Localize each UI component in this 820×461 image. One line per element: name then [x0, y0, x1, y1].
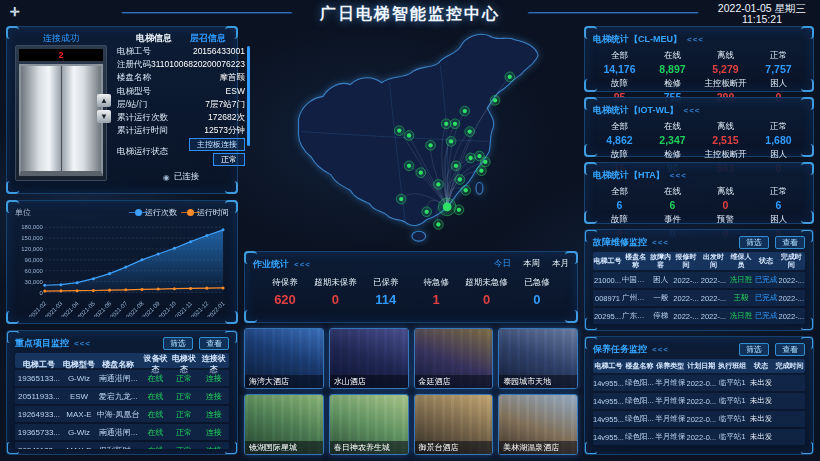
map-site-dot[interactable] [416, 168, 426, 178]
project-photo-card[interactable]: 春日神农养生城 [329, 394, 409, 455]
elevator-tab[interactable]: 电梯信息 [127, 32, 181, 45]
map-site-dot[interactable] [477, 166, 487, 176]
cell-building: 保利新时... [95, 445, 141, 450]
view-button[interactable]: 查看 [199, 337, 229, 350]
map-site-dot[interactable] [433, 220, 443, 230]
map-site-dot[interactable] [404, 131, 414, 141]
map-site-dot[interactable] [461, 185, 471, 195]
column-header: 状态 [748, 361, 774, 371]
legend-item[interactable]: 运行次数 [135, 207, 177, 218]
collapse-chevrons[interactable]: <<< [684, 106, 701, 115]
stat-value: 0 [515, 292, 559, 307]
map-site-dot[interactable] [441, 119, 451, 129]
project-photo-card[interactable]: 金廷酒店 [414, 328, 494, 389]
map-site-dot[interactable] [451, 161, 461, 171]
map-site-dot[interactable] [396, 194, 406, 204]
cell-model: ESW [63, 392, 95, 401]
svg-text:90,000: 90,000 [25, 257, 44, 263]
link-status-text: 已连接 [174, 171, 200, 183]
table-row[interactable]: 14v955... 绿色阳... 半月维保 2022-0... 临平站1 未出发 [593, 429, 805, 445]
mainboard-connect-button[interactable]: 主控板连接 [189, 138, 245, 151]
map-site-dot[interactable] [460, 106, 470, 116]
fault-repair-panel: 故障维修监控 <<< 筛选 查看 电梯工号楼盘名称故障内容报修时间出发时间维保人… [584, 229, 814, 331]
map-site-dot[interactable] [438, 198, 456, 216]
map-site-dot[interactable] [404, 161, 414, 171]
stat-label: 主控板断开 [699, 149, 752, 161]
stat-label: 检修 [646, 78, 699, 90]
table-row[interactable]: 008971 广州食... 一般 2022-... 2022-... 王毅 已完… [593, 290, 805, 306]
view-button[interactable]: 查看 [775, 343, 805, 356]
table-row[interactable]: 14v955... 绿色阳... 半月维保 2022-0... 临平站1 未出发 [593, 375, 805, 391]
stat-value: 7,757 [752, 63, 805, 75]
table-row[interactable]: 19365733... G-Wiz 南通港闸... 在线 正常 连接 [15, 424, 229, 440]
table-row[interactable]: 20295... 广东省... 停梯 2022-... 2022-... 冼日胜… [593, 308, 805, 324]
period-tab[interactable]: 本周 [523, 258, 540, 270]
map-site-dot[interactable] [505, 72, 515, 82]
period-tab[interactable]: 今日 [494, 258, 511, 270]
map-site-dot[interactable] [454, 205, 464, 215]
filter-button[interactable]: 筛选 [739, 343, 769, 356]
collapse-chevrons[interactable]: <<< [652, 238, 669, 247]
map-site-dot[interactable] [450, 119, 460, 129]
project-photo-card[interactable]: 水山酒店 [329, 328, 409, 389]
collapse-chevrons[interactable]: <<< [652, 345, 669, 354]
photo-caption: 镜湖国际星城 [245, 441, 323, 454]
collapse-chevrons[interactable]: <<< [687, 35, 704, 44]
down-arrow-button[interactable]: ▼ [97, 110, 111, 123]
normal-status-button[interactable]: 正常 [213, 153, 245, 166]
header: ✛ 广日电梯智能监控中心 2022-01-05 星期三 11:15:21 [0, 0, 820, 26]
table-row[interactable]: 19264933... MAX-E 中海·凤凰台 在线 正常 连接 [15, 406, 229, 422]
cell-status: 已完成 [755, 311, 778, 321]
period-tab[interactable]: 本月 [552, 258, 569, 270]
table-row[interactable]: 20541133... MAX-E 保利新时... 在线 正常 连接 [15, 442, 229, 449]
filter-button[interactable]: 筛选 [163, 337, 193, 350]
up-arrow-button[interactable]: ▲ [97, 94, 111, 107]
job-stat: 已急修 0 [515, 277, 559, 307]
legend-item[interactable]: 运行时间 [187, 207, 229, 218]
view-button[interactable]: 查看 [775, 236, 805, 249]
elevator-tab[interactable]: 层召信息 [181, 32, 235, 45]
photo-caption: 御景台酒店 [415, 441, 493, 454]
map-site-dot[interactable] [426, 140, 436, 150]
map-site-dot[interactable] [480, 157, 490, 167]
cell-model: MAX-E [63, 446, 95, 450]
stat-label: 困人 [752, 214, 805, 226]
collapse-chevrons[interactable]: <<< [294, 260, 311, 269]
table-row[interactable]: 21000... 中国人... 困人 2022-... 2022-... 冼日胜… [593, 272, 805, 288]
stat-item: 在线 2,347 [646, 121, 699, 146]
map-site-dot[interactable] [433, 180, 443, 190]
stat-label: 全部 [593, 50, 646, 62]
map-site-dot[interactable] [394, 126, 404, 136]
map-site-dot[interactable] [466, 153, 476, 163]
project-photo-card[interactable]: 泰园城市天地 [498, 328, 578, 389]
map-site-dot[interactable] [422, 207, 432, 217]
stat-label: 离线 [699, 50, 752, 62]
elevator-info-panel: 连接成功 2 ▲ ▼ [6, 26, 238, 194]
collapse-chevrons[interactable]: <<< [74, 339, 91, 348]
cell-elevator-id: 008971 [593, 294, 622, 303]
project-photo-card[interactable]: 海湾大酒店 [244, 328, 324, 389]
filter-button[interactable]: 筛选 [739, 236, 769, 249]
table-row[interactable]: 14v955... 绿色阳... 半月维保 2022-0... 临平站1 未出发 [593, 393, 805, 409]
stat-label: 待急修 [414, 277, 458, 289]
project-photo-card[interactable]: 御景台酒店 [414, 394, 494, 455]
table-row[interactable]: 20511933... ESW 爱宕九龙... 在线 正常 连接 [15, 388, 229, 404]
collapse-chevrons[interactable]: <<< [670, 171, 687, 180]
map-site-dot[interactable] [455, 175, 465, 185]
stat-value: 1 [414, 292, 458, 307]
map-site-dot[interactable] [490, 95, 500, 105]
move-icon[interactable]: ✛ [10, 5, 20, 19]
map-site-dot[interactable] [446, 136, 456, 146]
elevator-fields: 电梯工号 20156433001 注册代码 311010068202000762… [117, 45, 245, 137]
cell-device-status: 在线 [141, 373, 170, 384]
table-row[interactable]: 14v955... 绿色阳... 半月维保 2022-0... 临平站1 未出发 [593, 411, 805, 427]
project-photo-card[interactable]: 镜湖国际星城 [244, 394, 324, 455]
legend-label: 运行次数 [145, 207, 177, 218]
cell-finish-time: 2022-... [778, 294, 805, 303]
table-row[interactable]: 19365133... G-Wiz 南通港闸... 在线 正常 连接 [15, 370, 229, 386]
stat-value: 114 [364, 292, 408, 307]
job-stat: 超期未急修 0 [465, 277, 509, 307]
run-stats-chart-panel: 单位 运行次数 运行时间 [6, 200, 238, 324]
map-site-dot[interactable] [465, 127, 475, 137]
project-photo-card[interactable]: 美林湖温泉酒店 [498, 394, 578, 455]
